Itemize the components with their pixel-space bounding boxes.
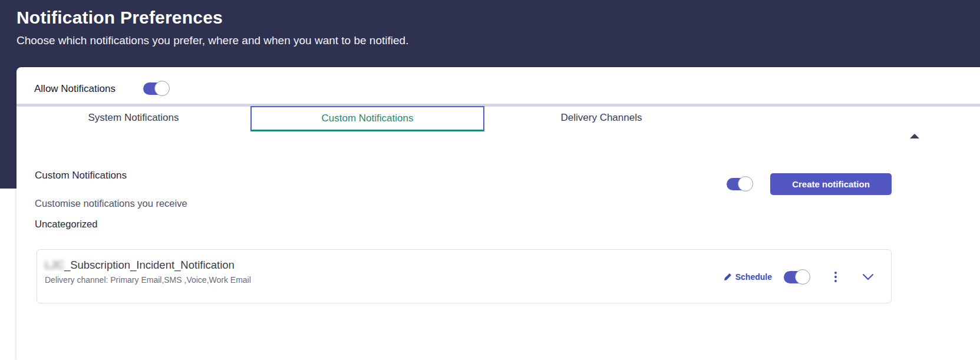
schedule-label: Schedule: [735, 272, 772, 282]
notification-enabled-toggle[interactable]: [784, 271, 807, 283]
page-subtitle: Choose which notifications you prefer, w…: [17, 34, 408, 47]
tab-custom-notifications[interactable]: Custom Notifications: [250, 106, 484, 131]
toggle-knob: [795, 269, 810, 285]
redacted-prefix: LJC: [45, 259, 64, 271]
tab-label: Custom Notifications: [322, 113, 414, 124]
toggle-knob: [154, 81, 170, 96]
chevron-down-icon[interactable]: [863, 274, 873, 280]
tab-label: Delivery Channels: [561, 112, 642, 123]
section-subtitle: Customise notifications you receive: [35, 198, 187, 209]
notification-delivery-channels: Delivery channel: Primary Email,SMS ,Voi…: [45, 275, 251, 285]
custom-notifications-toggle[interactable]: [727, 178, 750, 190]
tab-label: System Notifications: [88, 112, 179, 123]
toggle-knob: [738, 176, 753, 191]
notification-controls: Schedule: [724, 250, 873, 304]
page-title: Notification Preferences: [17, 8, 223, 28]
allow-notifications-toggle[interactable]: [143, 82, 167, 95]
notification-title: LJC_Subscription_Incident_Notification:: [45, 259, 237, 272]
notification-title-text: _Subscription_Incident_Notification: [64, 259, 235, 271]
kebab-menu-icon[interactable]: [832, 269, 839, 285]
pencil-icon: [724, 273, 732, 281]
schedule-button[interactable]: Schedule: [724, 272, 772, 282]
allow-notifications-label: Allow Notifications: [34, 83, 116, 95]
notification-row[interactable]: LJC_Subscription_Incident_Notification: …: [37, 249, 892, 303]
tab-delivery-channels[interactable]: Delivery Channels: [484, 107, 718, 130]
preferences-card: Allow Notifications System Notifications…: [17, 67, 980, 360]
divider: [17, 104, 980, 107]
redacted-suffix: :: [235, 259, 237, 271]
section-title: Custom Notifications: [35, 170, 127, 181]
tab-system-notifications[interactable]: System Notifications: [17, 107, 250, 130]
create-notification-button[interactable]: Create notification: [770, 173, 892, 195]
caret-up-icon[interactable]: [910, 134, 919, 138]
notification-preferences-page: Notification Preferences Choose which no…: [0, 0, 980, 360]
group-label-uncategorized: Uncategorized: [35, 219, 97, 230]
